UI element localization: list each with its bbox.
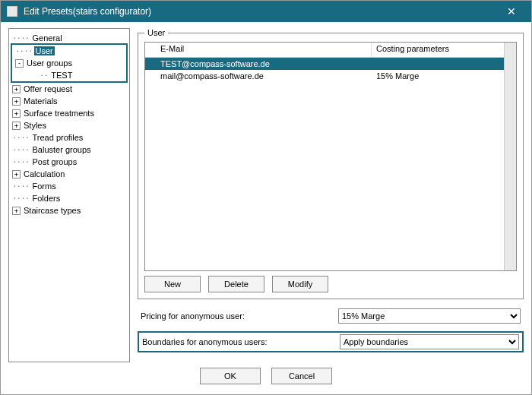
- pricing-label: Pricing for anonymous user:: [141, 311, 338, 321]
- tree-item-general[interactable]: ···· General: [9, 32, 129, 44]
- app-icon: [7, 6, 17, 17]
- boundaries-select[interactable]: Apply boundaries: [340, 334, 519, 349]
- user-listview[interactable]: E-Mail Costing parameters TEST@compass-s…: [144, 42, 517, 271]
- tree-label: Materials: [22, 96, 59, 106]
- tree-item-user[interactable]: ···· User: [12, 45, 126, 57]
- listview-header: E-Mail Costing parameters: [145, 43, 516, 58]
- ok-button[interactable]: OK: [200, 368, 261, 384]
- tree-item-styles[interactable]: + Styles: [9, 119, 129, 131]
- tree-branch-icon: ····: [12, 145, 30, 155]
- tree-item-forms[interactable]: ···· Forms: [9, 180, 129, 192]
- tree-label: General: [31, 33, 64, 43]
- collapse-icon[interactable]: -: [15, 59, 24, 68]
- delete-button[interactable]: Delete: [208, 276, 264, 292]
- pricing-select[interactable]: 15% Marge: [338, 308, 521, 324]
- user-group-legend: User: [144, 28, 168, 37]
- tree-branch-icon: ····: [12, 194, 30, 204]
- modify-button[interactable]: Modify: [272, 276, 328, 292]
- expand-icon[interactable]: +: [12, 207, 21, 215]
- tree-label: Tread profiles: [31, 133, 85, 142]
- tree-item-tread-profiles[interactable]: ···· Tread profiles: [9, 131, 129, 144]
- column-header-email[interactable]: E-Mail: [145, 43, 372, 57]
- close-icon[interactable]: ✕: [498, 1, 525, 22]
- tree-branch-icon: ····: [12, 33, 30, 43]
- tree-item-post-groups[interactable]: ···· Post groups: [9, 156, 129, 168]
- tree-label: TEST: [49, 71, 74, 80]
- tree-item-staircase-types[interactable]: + Staircase types: [9, 204, 129, 216]
- new-button[interactable]: New: [144, 276, 201, 292]
- tree-label: Styles: [22, 121, 48, 130]
- tree-label: User groups: [25, 58, 74, 68]
- expand-icon[interactable]: +: [12, 170, 21, 179]
- tree-item-folders[interactable]: ···· Folders: [9, 192, 129, 204]
- tree-label: Folders: [31, 194, 62, 203]
- tree-label: Offer request: [22, 84, 74, 93]
- tree-label: Calculation: [22, 169, 66, 179]
- expand-icon[interactable]: +: [12, 85, 21, 93]
- user-groupbox: User E-Mail Costing parameters TEST@comp…: [138, 28, 524, 299]
- boundaries-row: Boundaries for anonymous users: Apply bo…: [138, 331, 524, 352]
- tree-label: Staircase types: [22, 206, 82, 215]
- dialog-button-row: OK Cancel: [1, 362, 531, 390]
- cell-costing: 15% Marge: [372, 71, 516, 81]
- tree-highlight-user-group: ···· User - User groups ·· TEST: [11, 43, 128, 83]
- column-header-costing[interactable]: Costing parameters: [372, 43, 516, 57]
- cell-email: TEST@compass-software.de: [145, 59, 372, 68]
- tree-label: User: [34, 46, 55, 55]
- tree-item-user-groups[interactable]: - User groups: [12, 57, 126, 69]
- expand-icon[interactable]: +: [12, 122, 21, 130]
- expand-icon[interactable]: +: [12, 109, 21, 118]
- right-pane: User E-Mail Costing parameters TEST@comp…: [138, 28, 524, 362]
- tree-label: Surface treatments: [22, 109, 96, 118]
- list-row[interactable]: TEST@compass-software.de: [145, 58, 516, 70]
- cancel-button[interactable]: Cancel: [271, 368, 332, 384]
- tree-branch-icon: ····: [12, 182, 30, 191]
- tree-branch-icon: ····: [12, 133, 30, 143]
- boundaries-label: Boundaries for anonymous users:: [142, 337, 340, 346]
- tree-item-materials[interactable]: + Materials: [9, 95, 129, 107]
- window-title: Edit Presets(stairs configurator): [24, 6, 498, 17]
- tree-item-calculation[interactable]: + Calculation: [9, 168, 129, 180]
- titlebar: Edit Presets(stairs configurator) ✕: [1, 1, 531, 22]
- cell-email: mail@compass-software.de: [145, 71, 372, 81]
- tree-branch-icon: ····: [15, 46, 33, 56]
- tree-label: Baluster groups: [31, 145, 93, 154]
- scrollbar[interactable]: [504, 43, 516, 270]
- tree-label: Post groups: [31, 157, 79, 166]
- tree-item-baluster-groups[interactable]: ···· Baluster groups: [9, 144, 129, 156]
- pricing-row: Pricing for anonymous user: 15% Marge: [138, 307, 524, 325]
- tree-label: Forms: [31, 182, 58, 191]
- tree-branch-icon: ··: [40, 71, 48, 81]
- tree-item-test[interactable]: ·· TEST: [12, 69, 126, 81]
- tree-item-offer-request[interactable]: + Offer request: [9, 83, 129, 95]
- list-row[interactable]: mail@compass-software.de 15% Marge: [145, 70, 516, 82]
- tree-branch-icon: ····: [12, 157, 30, 167]
- expand-icon[interactable]: +: [12, 97, 21, 106]
- tree-item-surface-treatments[interactable]: + Surface treatments: [9, 107, 129, 119]
- preset-tree[interactable]: ···· General ···· User - User groups ·· …: [8, 28, 130, 362]
